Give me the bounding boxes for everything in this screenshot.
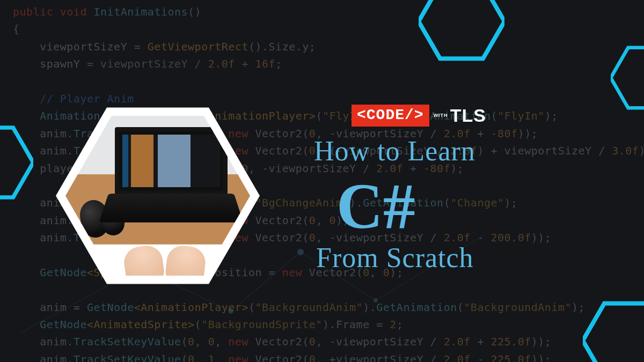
brand-name: TLS	[450, 105, 486, 126]
headline-line1: How to Learn	[314, 135, 625, 167]
brand-with-label: WITH	[434, 113, 448, 118]
hero-hexagon-frame	[56, 94, 260, 298]
headline: How to Learn C# From Scratch	[314, 135, 625, 274]
laptop-icon	[115, 127, 228, 234]
brand-badge: <CODE/>	[352, 105, 429, 127]
headline-language: C#	[336, 174, 625, 239]
headline-line3: From Scratch	[316, 242, 625, 274]
brand-logo: <CODE/> WITH TLS	[352, 105, 486, 127]
